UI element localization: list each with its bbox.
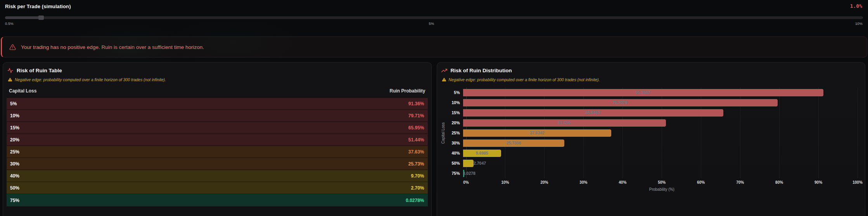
chart-bar-value-label: 0.0278 — [463, 168, 475, 178]
slider-handle[interactable] — [38, 16, 44, 20]
chart-panel-warning: Negative edge: probability computed over… — [441, 77, 862, 82]
risk-per-trade-label: Risk per Trade (simulation) — [5, 3, 863, 9]
chart-bar-row: 50%2.7047 — [446, 158, 862, 168]
chart-x-tick: 100% — [852, 180, 863, 185]
chart-y-tick: 30% — [446, 141, 463, 145]
capital-loss-column-header: Capital Loss — [9, 88, 36, 97]
chart-bar-track: 0.0278 — [463, 168, 858, 178]
ruin-probability-cell: 0.0278% — [406, 198, 424, 203]
chart-bar-value-label: 2.7047 — [474, 158, 486, 168]
chart-bar-value-label: 91.3567 — [636, 87, 650, 98]
capital-loss-cell: 50% — [10, 185, 19, 191]
table-row: 30%25.73% — [7, 158, 428, 170]
ruin-probability-cell: 79.71% — [408, 113, 424, 118]
ruin-probability-cell: 65.95% — [408, 125, 424, 131]
activity-pulse-icon — [7, 68, 13, 73]
table-panel-title: Risk of Ruin Table — [17, 68, 62, 73]
chart-bar-row: 20%51.436 — [446, 118, 862, 128]
panels-row: Risk of Ruin Table Negative edge: probab… — [0, 62, 868, 216]
chart-bar-row: 5%91.3567 — [446, 87, 862, 98]
chart-bar-row: 30%25.7308 — [446, 138, 862, 148]
ruin-probability-cell: 91.36% — [408, 101, 424, 106]
slider-max-label: 10% — [855, 21, 863, 26]
slider-mid-label: 5% — [429, 21, 434, 26]
chart-x-tick: 70% — [736, 180, 744, 185]
chart-panel-header: Risk of Ruin Distribution — [441, 68, 862, 73]
capital-loss-cell: 75% — [10, 198, 19, 203]
warning-icon — [9, 44, 16, 51]
ruin-probability-cell: 25.73% — [408, 161, 424, 167]
capital-loss-cell: 25% — [10, 149, 19, 155]
chart-y-tick: 5% — [446, 90, 463, 95]
chart-y-tick: 15% — [446, 110, 463, 115]
table-row: 50%2.70% — [7, 182, 428, 194]
chart-bar-row: 75%0.0278 — [446, 168, 862, 178]
ruin-probability-cell: 2.70% — [411, 185, 424, 191]
chart-x-tick: 50% — [658, 180, 666, 185]
chart-y-tick: 25% — [446, 131, 463, 135]
capital-loss-cell: 30% — [10, 161, 19, 167]
chart-y-tick: 20% — [446, 120, 463, 125]
chart-y-tick: 75% — [446, 171, 463, 176]
ruin-probability-cell: 9.70% — [411, 173, 424, 179]
chart-warning-text: Negative edge: probability computed over… — [449, 77, 600, 82]
capital-loss-cell: 10% — [10, 113, 19, 118]
capital-loss-cell: 15% — [10, 125, 19, 131]
chart-x-tick: 30% — [579, 180, 587, 185]
chart-bar-value-label: 79.7079 — [613, 98, 628, 108]
capital-loss-cell: 40% — [10, 173, 19, 179]
chart-y-tick: 10% — [446, 100, 463, 105]
chart-x-tick: 10% — [501, 180, 509, 185]
warning-icon — [8, 77, 12, 82]
table-row: 40%9.70% — [7, 170, 428, 182]
chart-y-tick: 50% — [446, 161, 463, 165]
chart-x-ticks: 0%10%20%30%40%50%60%70%80%90%100% — [466, 180, 858, 186]
table-header-row: Capital Loss Ruin Probability — [7, 88, 428, 97]
chart-panel-title: Risk of Ruin Distribution — [451, 68, 512, 73]
chart-bar-track: 25.7308 — [463, 138, 858, 148]
chart-bar-value-label: 9.6985 — [476, 148, 488, 158]
risk-per-trade-slider[interactable] — [5, 16, 863, 19]
ruin-distribution-chart: Capital Loss 5%91.356710%79.707915%65.94… — [441, 87, 862, 192]
chart-bar-value-label: 25.7308 — [506, 138, 521, 148]
table-row: 5%91.36% — [7, 98, 428, 110]
capital-loss-cell: 5% — [10, 101, 17, 106]
chart-bar-track: 91.3567 — [463, 87, 858, 98]
table-row: 10%79.71% — [7, 110, 428, 122]
chart-bar-value-label: 37.6342 — [530, 128, 545, 138]
chart-bar-row: 25%37.6342 — [446, 128, 862, 138]
chart-x-tick: 40% — [619, 180, 626, 185]
chart-bar-track: 37.6342 — [463, 128, 858, 138]
chart-bar-value-label: 65.9483 — [586, 108, 600, 118]
table-row: 20%51.44% — [7, 134, 428, 146]
table-panel-warning: Negative edge: probability computed over… — [7, 77, 428, 82]
chart-bar-value-label: 51.436 — [558, 118, 571, 128]
chart-x-tick: 0% — [463, 180, 469, 185]
chart-x-tick: 90% — [814, 180, 822, 185]
chart-bar-row: 10%79.7079 — [446, 98, 862, 108]
slider-min-label: 0.5% — [5, 21, 14, 26]
table-row: 25%37.63% — [7, 146, 428, 158]
table-panel-header: Risk of Ruin Table — [7, 68, 428, 73]
chart-x-tick: 80% — [775, 180, 783, 185]
chart-bar-track: 2.7047 — [463, 158, 858, 168]
chart-bar-track: 51.436 — [463, 118, 858, 128]
chart-y-tick: 40% — [446, 151, 463, 155]
table-row: 15%65.95% — [7, 122, 428, 134]
table-row: 75%0.0278% — [7, 194, 428, 206]
chart-bar-track: 9.6985 — [463, 148, 858, 158]
chart-y-axis-title: Capital Loss — [441, 87, 445, 178]
slider-fill — [5, 16, 41, 19]
risk-per-trade-section: Risk per Trade (simulation) 1.0% 0.5% 5%… — [0, 0, 868, 26]
slider-scale: 0.5% 5% 10% — [5, 21, 863, 26]
capital-loss-cell: 20% — [10, 137, 19, 143]
risk-of-ruin-table-panel: Risk of Ruin Table Negative edge: probab… — [3, 62, 432, 216]
ruin-probability-cell: 37.63% — [408, 149, 424, 155]
chart-x-axis-title: Probability (%) — [466, 187, 858, 192]
ruin-probability-column-header: Ruin Probability — [389, 88, 425, 97]
chart-x-tick: 20% — [540, 180, 548, 185]
table-warning-text: Negative edge: probability computed over… — [15, 77, 166, 82]
chart-bars-area: 5%91.356710%79.707915%65.948320%51.43625… — [446, 87, 862, 178]
alert-text: Your trading has no positive edge. Ruin … — [21, 44, 204, 50]
chart-x-tick: 60% — [697, 180, 705, 185]
